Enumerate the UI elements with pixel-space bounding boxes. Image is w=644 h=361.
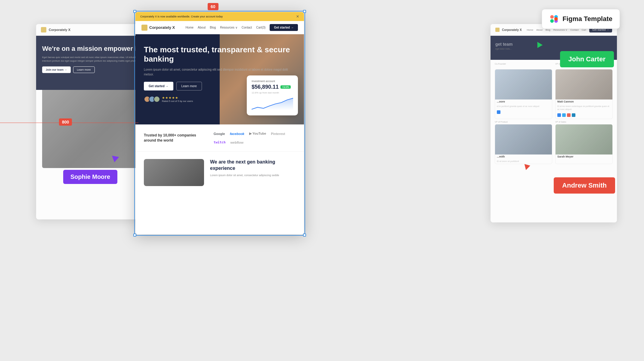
main-hero-section: The most trusted, transparent & secure b… xyxy=(135,34,304,124)
avatar-stack xyxy=(144,96,160,102)
right-team-name-matt: Matt Cannon xyxy=(556,99,612,105)
john-carter-label: John Carter xyxy=(560,51,614,67)
nextgen-subtitle: Lorem ipsum dolor sit amet, consectetur … xyxy=(210,173,296,178)
right-logo-text: Corporately X xyxy=(502,28,522,32)
nextgen-title: We are the next gen banking experience xyxy=(210,159,296,172)
right-team-img-matt xyxy=(556,69,612,99)
right-team-img-smith xyxy=(495,124,552,154)
main-get-started-button[interactable]: Get started → xyxy=(144,82,173,90)
right-team-card-smith: ...mith Et at lorem sit portttitoril xyxy=(495,124,552,164)
main-nav: Home About Blog Resources ∨ Contact Cart… xyxy=(185,24,298,31)
right-hero-sub: eget dolor mets... xyxy=(495,48,612,50)
main-cta-button[interactable]: Get started → xyxy=(270,24,298,31)
main-nav-blog[interactable]: Blog xyxy=(210,26,216,29)
main-nav-contact[interactable]: Contact xyxy=(242,26,252,29)
brand-facebook: facebook xyxy=(230,132,244,136)
notification-close[interactable]: ✕ xyxy=(296,14,299,19)
social-li-icon-matt xyxy=(572,113,575,117)
figma-template-label: Figma Template xyxy=(542,9,620,29)
figma-title: Figma Template xyxy=(562,15,612,23)
right-logo-icon xyxy=(495,28,500,32)
avatar-3 xyxy=(153,96,160,102)
right-role-vp-product: VP of Product xyxy=(495,121,552,123)
brand-pinterest: Pinterest xyxy=(271,132,285,136)
right-team-img-moore xyxy=(495,69,552,99)
dimension-label-800: 800 xyxy=(59,118,72,126)
right-team-desc-matt: Et at leo lorem scelerisque mi porttitor… xyxy=(556,105,612,112)
right-team-card-matt: Matt Cannon Et at leo lorem scelerisque … xyxy=(555,69,613,119)
social-fb-icon-matt xyxy=(557,113,561,117)
brand-twitch: twitch xyxy=(214,140,226,144)
svg-point-4 xyxy=(554,17,558,21)
right-team-section: ...oore et in portitoril gravida quam et… xyxy=(491,65,617,168)
main-website-mockup: Corporately X is now available worldwide… xyxy=(135,12,304,234)
main-logo-text: Corporately X xyxy=(149,25,175,30)
investment-card: Investment account $56,890.11 +12.6% 12.… xyxy=(247,75,298,115)
right-team-name-smith: ...mith xyxy=(495,154,552,160)
investment-chart xyxy=(252,96,293,110)
main-logo-icon xyxy=(141,25,147,31)
main-hero-title: The most trusted, transparent & secure b… xyxy=(144,45,296,64)
investment-subtitle: 12.6% up from last month xyxy=(252,91,293,94)
social-tw-icon-matt xyxy=(562,113,566,117)
notification-bar: Corporately X is now available worldwide… xyxy=(135,12,304,21)
star-rating: ★★★★★ xyxy=(162,96,193,100)
sophie-cursor-icon xyxy=(111,156,119,163)
right-social-matt xyxy=(556,112,612,119)
right-team-name-moore: ...oore xyxy=(495,99,552,105)
andrew-smith-label: Andrew Smith xyxy=(554,177,615,194)
dimension-label-60: 60 xyxy=(208,3,218,10)
right-team-name-sarah: Sarah Meyer xyxy=(556,154,612,160)
rating-text: Rated 5 out of 5 by our users xyxy=(162,100,193,102)
social-yt-icon-matt xyxy=(567,113,571,117)
investment-badge: +12.6% xyxy=(280,85,291,89)
right-social-moore xyxy=(495,109,552,116)
main-header: Corporately X Home About Blog Resources … xyxy=(135,21,304,34)
main-logo: Corporately X xyxy=(141,25,175,31)
left-logo-icon xyxy=(41,27,46,32)
main-nav-home[interactable]: Home xyxy=(185,26,194,29)
main-nav-cart[interactable]: Cart(3) xyxy=(256,26,265,29)
investment-title: Investment account xyxy=(252,80,293,83)
right-team-img-sarah xyxy=(556,124,612,154)
main-nav-resources[interactable]: Resources ∨ xyxy=(220,26,237,29)
right-team-desc-sarah xyxy=(556,160,612,161)
social-fb-icon xyxy=(497,110,500,114)
left-join-button[interactable]: Join our team → xyxy=(42,66,71,73)
brand-youtube: ▶ YouTube xyxy=(249,132,266,136)
right-team-grid: ...oore et in portitoril gravida quam et… xyxy=(495,69,613,119)
rating-container: ★★★★★ Rated 5 out of 5 by our users xyxy=(162,96,193,102)
right-role-cofounder: Co-Founder xyxy=(495,63,552,65)
svg-rect-2 xyxy=(550,19,554,23)
right-team-grid-2: ...mith Et at lorem sit portttitoril Sar… xyxy=(495,124,613,164)
right-nav-home: Home xyxy=(527,29,533,31)
notification-text: Corporately X is now available worldwide… xyxy=(140,15,223,18)
brand-logos: Google facebook ▶ YouTube Pinterest twit… xyxy=(214,132,296,144)
main-nav-about[interactable]: About xyxy=(198,26,206,29)
right-team-roles-2: VP of Product VP of Sales xyxy=(495,121,613,123)
trusted-text: Trusted by 10,000+ companies around the … xyxy=(144,133,208,143)
investment-amount: $56,890.11 +12.6% xyxy=(252,84,293,90)
left-logo-text: Corporately X xyxy=(49,28,70,32)
sophie-moore-label: Sophie Moore xyxy=(63,170,117,184)
right-team-card-moore: ...oore et in portitoril gravida quam et… xyxy=(495,69,552,119)
main-learn-more-button[interactable]: Learn more xyxy=(176,82,202,90)
right-team-desc-moore: et in portitoril gravida quam et ac nunc… xyxy=(495,105,552,109)
right-team-desc-smith: Et at lorem sit portttitoril xyxy=(495,160,552,164)
trusted-section: Trusted by 10,000+ companies around the … xyxy=(135,124,304,152)
right-hero-title: get team xyxy=(495,42,612,47)
figma-icon xyxy=(549,14,559,24)
brand-google: Google xyxy=(214,132,225,136)
brand-webflow: webflow xyxy=(231,141,243,144)
nextgen-content: We are the next gen banking experience L… xyxy=(210,159,296,186)
nextgen-image xyxy=(144,159,204,186)
right-role-vp-sales: VP of Sales xyxy=(555,121,613,123)
svg-rect-0 xyxy=(550,15,554,19)
left-learn-button[interactable]: Learn more xyxy=(73,66,95,73)
right-nav-about: About xyxy=(536,29,543,31)
right-team-card-sarah: Sarah Meyer xyxy=(555,124,613,164)
nextgen-section: We are the next gen banking experience L… xyxy=(135,152,304,193)
